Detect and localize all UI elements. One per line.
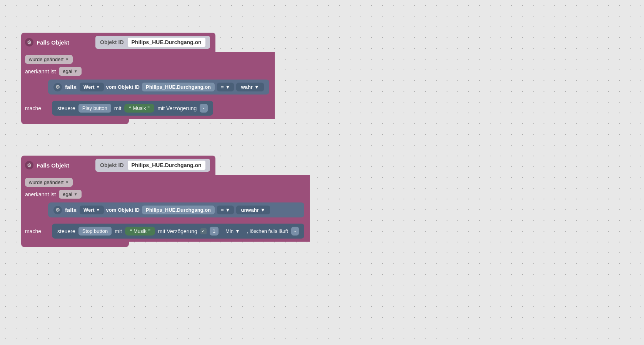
falls-objekt-title-1: Falls Objekt (37, 39, 69, 46)
mache-row-2: mache steuere Stop button mit ❝ Musik ❞ … (25, 223, 304, 239)
objekt-id-label-2: Objekt ID (100, 162, 123, 168)
anerkannt-row-2: anerkannt ist egal ▼ (25, 189, 304, 199)
objekt-id-row-1: Objekt ID Philips_HUE.Durchgang.on (95, 36, 210, 49)
falls-inner-block-1: ⚙ falls Wert ▼ vom Objekt ID Philip (48, 80, 269, 95)
stop-button-pill: Stop button (78, 227, 112, 236)
mache-row-1: mache steuere Play button mit ❝ Musik ❞ … (25, 100, 269, 116)
equals-dropdown-1[interactable]: = ▼ (217, 83, 234, 91)
block1-bottom (21, 119, 129, 124)
steuere-block-2: steuere Stop button mit ❝ Musik ❞ mit Ve… (52, 224, 304, 239)
falls-objekt-title-2: Falls Objekt (37, 162, 69, 169)
wert-dropdown-2[interactable]: Wert ▼ (80, 206, 104, 214)
musik-pill-1: ❝ Musik ❞ (124, 104, 154, 113)
objekt-id-label-1: Objekt ID (100, 39, 123, 45)
delay-number-2: 1 (210, 227, 219, 236)
block2-bottom (21, 242, 129, 247)
objekt-id-value-2: Philips_HUE.Durchgang.on (128, 161, 205, 170)
gear-icon-2: ⚙ (25, 161, 33, 169)
play-button-pill: Play button (78, 104, 111, 113)
wurde-dropdown-1[interactable]: wurde geändert ▼ (25, 55, 73, 64)
delay-pill-1: ▪ (200, 104, 207, 113)
gear-icon-inner-1: ⚙ (53, 83, 62, 91)
equals-dropdown-2[interactable]: = ▼ (217, 206, 234, 214)
falls-inner-header-2: ⚙ falls Wert ▼ vom Objekt ID Philip (53, 206, 299, 214)
unwahr-dropdown-2[interactable]: unwahr ▼ (236, 206, 270, 214)
loeschen-label-2: , löschen falls läuft (247, 228, 288, 234)
objekt-id-row-2: Objekt ID Philips_HUE.Durchgang.on (95, 159, 210, 172)
steuere-block-1: steuere Play button mit ❝ Musik ❞ mit Ve… (52, 101, 213, 116)
wert-row-2: Wert ▼ vom Objekt ID Philips_HUE.Durchga… (80, 206, 270, 214)
anerkannt-row-1: anerkannt ist egal ▼ (25, 66, 269, 76)
wurde-row-2: wurde geändert ▼ (25, 177, 304, 187)
checkbox-verzoegerung-2[interactable]: ✓ (200, 228, 207, 234)
wert-row-1: Wert ▼ vom Objekt ID Philips_HUE.Durchga… (80, 83, 264, 91)
falls-inner-block-2: ⚙ falls Wert ▼ vom Objekt ID Philip (48, 202, 304, 217)
objekt-id-value-1: Philips_HUE.Durchgang.on (128, 38, 205, 47)
wurde-dropdown-2[interactable]: wurde geändert ▼ (25, 178, 73, 187)
wahr-dropdown-1[interactable]: wahr ▼ (236, 83, 264, 91)
wurde-row-1: wurde geändert ▼ (25, 54, 269, 65)
gear-icon-1: ⚙ (25, 38, 33, 46)
egal-dropdown-2[interactable]: egal ▼ (59, 190, 81, 199)
gear-icon-inner-2: ⚙ (53, 206, 62, 214)
falls-inner-header-1: ⚙ falls Wert ▼ vom Objekt ID Philip (53, 83, 264, 91)
min-dropdown-2[interactable]: Min ▼ (222, 227, 244, 236)
musik-pill-2: ❝ Musik ❞ (125, 227, 155, 236)
inner-objekt-id-1: Philips_HUE.Durchgang.on (142, 83, 215, 91)
loeschen-checkbox-2[interactable]: ▪ (291, 227, 299, 236)
egal-dropdown-1[interactable]: egal ▼ (59, 67, 81, 76)
inner-objekt-id-2: Philips_HUE.Durchgang.on (142, 206, 215, 214)
wert-dropdown-1[interactable]: Wert ▼ (80, 83, 104, 91)
